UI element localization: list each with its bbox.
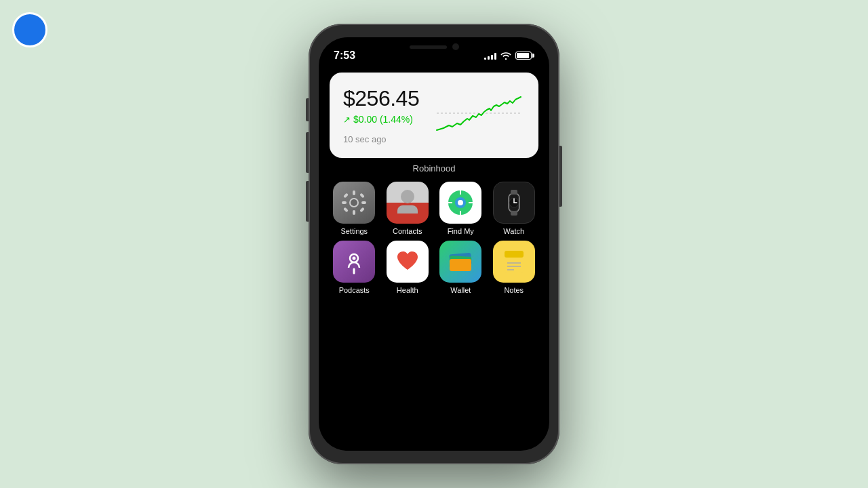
svg-rect-21 bbox=[511, 211, 517, 216]
wifi-icon bbox=[500, 52, 511, 60]
status-time: 7:53 bbox=[334, 49, 355, 62]
svg-rect-33 bbox=[505, 251, 524, 258]
podcasts-label: Podcasts bbox=[339, 286, 370, 294]
widget-left: $256.45 ↗ $0.00 (1.44%) 10 sec ago bbox=[343, 86, 419, 144]
app-contacts[interactable]: Contacts bbox=[386, 182, 430, 235]
findmy-icon bbox=[439, 182, 481, 224]
svg-rect-7 bbox=[359, 193, 365, 199]
speaker bbox=[410, 45, 447, 49]
front-camera bbox=[452, 43, 459, 50]
app-grid-row2: Podcasts Health bbox=[330, 241, 538, 294]
portfolio-value: $256.45 bbox=[343, 86, 419, 111]
wallet-icon bbox=[439, 241, 481, 283]
notes-svg bbox=[500, 248, 528, 275]
watch-icon bbox=[493, 182, 535, 224]
svg-rect-6 bbox=[343, 193, 349, 199]
health-svg bbox=[393, 247, 422, 277]
robinhood-widget[interactable]: $256.45 ↗ $0.00 (1.44%) 10 sec ago bbox=[330, 73, 538, 158]
svg-rect-4 bbox=[342, 201, 347, 204]
contacts-icon bbox=[387, 182, 429, 224]
svg-rect-20 bbox=[511, 190, 517, 195]
svg-rect-8 bbox=[343, 207, 349, 213]
app-podcasts[interactable]: Podcasts bbox=[332, 241, 376, 294]
contacts-label: Contacts bbox=[393, 227, 422, 235]
robinhood-label: Robinhood bbox=[413, 163, 456, 174]
status-icons bbox=[484, 52, 534, 60]
watch-svg bbox=[499, 188, 529, 218]
health-label: Health bbox=[397, 286, 418, 294]
svg-point-10 bbox=[351, 199, 357, 206]
screen-record-button[interactable] bbox=[12, 12, 47, 47]
phone-screen: 7:53 bbox=[319, 37, 549, 451]
battery-icon bbox=[515, 52, 534, 60]
app-notes[interactable]: Notes bbox=[492, 241, 536, 294]
findmy-label: Find My bbox=[448, 227, 474, 235]
gear-svg bbox=[340, 189, 368, 216]
widget-timestamp: 10 sec ago bbox=[343, 134, 419, 144]
svg-rect-9 bbox=[359, 207, 365, 213]
app-findmy[interactable]: Find My bbox=[439, 182, 483, 235]
change-amount: $0.00 (1.44%) bbox=[353, 114, 413, 125]
svg-point-26 bbox=[353, 257, 356, 260]
findmy-svg bbox=[446, 188, 475, 218]
svg-point-13 bbox=[458, 200, 463, 205]
podcast-icon bbox=[333, 241, 375, 283]
app-wallet[interactable]: Wallet bbox=[439, 241, 483, 294]
contact-head bbox=[401, 190, 414, 203]
app-watch[interactable]: Watch bbox=[492, 182, 536, 235]
notes-icon bbox=[493, 241, 535, 283]
wallet-svg bbox=[447, 248, 474, 275]
app-health[interactable]: Health bbox=[386, 241, 430, 294]
power-button bbox=[559, 146, 562, 207]
watch-label: Watch bbox=[503, 227, 524, 235]
change-arrow: ↗ bbox=[343, 115, 351, 125]
app-settings[interactable]: Settings bbox=[332, 182, 376, 235]
settings-icon bbox=[333, 182, 375, 224]
contact-body bbox=[397, 205, 418, 214]
svg-rect-3 bbox=[353, 210, 355, 215]
volume-up-button bbox=[306, 132, 309, 173]
notes-label: Notes bbox=[504, 286, 524, 294]
podcast-svg bbox=[341, 249, 367, 274]
svg-rect-2 bbox=[353, 190, 355, 195]
phone-mockup: 7:53 bbox=[309, 24, 559, 464]
app-grid-row1: Settings Contacts bbox=[330, 182, 538, 235]
svg-rect-5 bbox=[361, 201, 366, 204]
wallet-label: Wallet bbox=[450, 286, 471, 294]
settings-label: Settings bbox=[340, 227, 368, 235]
portfolio-chart bbox=[430, 86, 525, 140]
volume-down-button bbox=[306, 181, 309, 222]
health-icon bbox=[387, 241, 429, 283]
svg-rect-31 bbox=[450, 259, 471, 271]
portfolio-change: ↗ $0.00 (1.44%) bbox=[343, 114, 419, 125]
mute-button bbox=[306, 98, 309, 121]
phone-notch bbox=[390, 37, 478, 56]
screen-content: $256.45 ↗ $0.00 (1.44%) 10 sec ago Robin… bbox=[319, 67, 549, 451]
signal-icon bbox=[484, 52, 496, 60]
